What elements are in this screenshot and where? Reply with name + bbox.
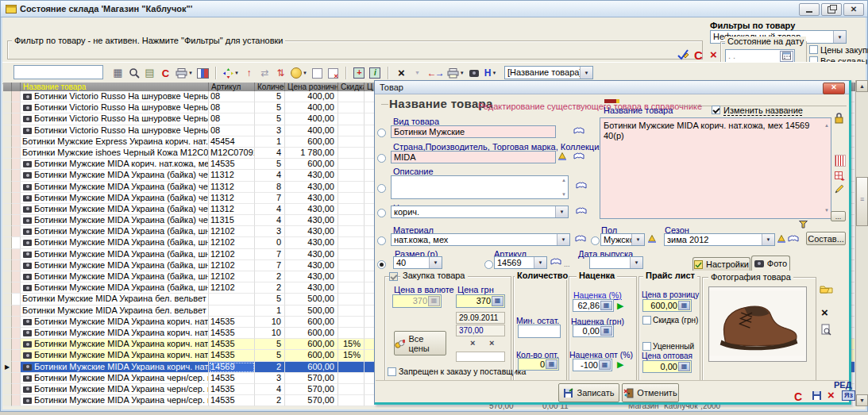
catalog-book-icon[interactable]	[550, 258, 561, 267]
delete-photo-icon[interactable]: ×	[821, 305, 828, 319]
calculator-icon[interactable]: ▦	[599, 360, 611, 370]
add-grid-icon[interactable]: +	[835, 171, 845, 182]
cell-assign-icon[interactable]: ×	[327, 66, 339, 80]
bell-icon[interactable]	[647, 234, 657, 244]
swap-arrows-icon[interactable]: ⇄	[259, 66, 271, 80]
clear-filter-icon[interactable]: ×	[710, 48, 717, 61]
col-sku[interactable]: Артикул	[209, 83, 255, 91]
cancel-button[interactable]: Отменить	[622, 383, 679, 402]
calculator-icon[interactable]: ▦	[678, 362, 690, 371]
chevron-down-icon[interactable]: ▼	[580, 67, 592, 79]
info-icon[interactable]: i	[369, 66, 381, 80]
print-icon[interactable]: ▼	[176, 66, 193, 80]
levels-icon[interactable]: H▼	[484, 66, 497, 80]
description-textarea[interactable]: ▲ ▼	[391, 175, 569, 199]
gender-radio[interactable]	[591, 236, 600, 245]
calculator-icon[interactable]: ▦	[600, 301, 612, 310]
sku-combo[interactable]: 14569▼	[494, 256, 547, 269]
kind-radio[interactable]	[377, 129, 386, 137]
bell-icon[interactable]	[557, 152, 567, 161]
release-date-combo[interactable]: ▼	[589, 256, 643, 269]
markup-opt-input[interactable]: -100▦	[573, 359, 612, 371]
color-combo[interactable]: корич.▼	[391, 206, 569, 218]
dd-disabled-icon[interactable]: ▼	[411, 66, 423, 80]
language-badge[interactable]: Яз	[842, 390, 855, 401]
tab-settings[interactable]: Настройки	[692, 257, 750, 271]
scroll-up-icon[interactable]: ▲	[856, 80, 868, 92]
lock-icon[interactable]	[834, 112, 844, 125]
apply-filter-icon[interactable]	[677, 48, 689, 60]
calculator-icon[interactable]: ▦	[546, 359, 557, 369]
arrow-up-icon[interactable]: ↑	[243, 66, 255, 80]
search-icon[interactable]	[128, 66, 140, 80]
summary-icon[interactable]: ▼	[291, 66, 307, 80]
calendar-icon[interactable]	[780, 51, 793, 62]
forbid-order-checkbox[interactable]	[388, 367, 396, 376]
purchase-prices-checkbox[interactable]	[809, 45, 818, 54]
change-name-checkbox[interactable]	[712, 106, 720, 114]
sku-radio[interactable]	[484, 260, 493, 269]
add-row-icon[interactable]: +	[353, 66, 365, 80]
compare-arrows-icon[interactable]: ←→	[427, 66, 443, 80]
catalog-book-icon[interactable]	[788, 235, 799, 244]
brand-input[interactable]: MIDA	[391, 151, 556, 163]
calculator-icon[interactable]: ▦	[678, 301, 690, 310]
calculator-icon[interactable]: ▦	[600, 326, 612, 336]
material-combo[interactable]: нат.кожа, мех▼	[391, 233, 570, 246]
purchase-group-checkbox[interactable]	[389, 272, 398, 281]
catalog-book-icon[interactable]	[573, 127, 584, 136]
calculator-icon[interactable]: ▦	[492, 296, 503, 306]
grid-filter-icon[interactable]: ▦	[112, 66, 124, 80]
filter-funnel-icon[interactable]	[799, 221, 808, 229]
sort-icon[interactable]: ⇅	[275, 66, 287, 80]
size-radio[interactable]	[377, 260, 386, 269]
product-kind-input[interactable]: Ботинки Мужские	[391, 125, 556, 138]
more-button[interactable]: ...	[831, 211, 846, 221]
all-prices-button[interactable]: Все цены	[394, 331, 446, 355]
col-name[interactable]: Название товара	[21, 83, 209, 91]
dialog-title-bar[interactable]: Товар	[375, 81, 849, 94]
markup-grn-input[interactable]: 0,00▦	[573, 325, 614, 337]
retail-price-input[interactable]: 600,00▦	[642, 299, 692, 312]
col-price[interactable]: Цена рознична	[285, 83, 338, 91]
cell-blank-icon[interactable]	[311, 66, 323, 80]
col-discount[interactable]: Скидка	[338, 83, 365, 91]
scroll-down-icon[interactable]: ▼	[856, 394, 868, 406]
more-icon[interactable]: ...	[564, 260, 570, 268]
search-input[interactable]	[14, 65, 103, 79]
chevron-down-icon[interactable]: ▼	[833, 31, 846, 43]
save-button[interactable]: Записать	[558, 383, 619, 402]
material-radio[interactable]	[377, 236, 386, 245]
refresh-icon[interactable]: C	[160, 66, 172, 80]
field-selector-combo[interactable]: [Название товара]▼	[504, 66, 593, 79]
catalog-book-icon[interactable]	[575, 235, 586, 244]
grn-price-input[interactable]: 370▦	[456, 294, 505, 308]
markup-pct-input[interactable]: 62,86▦	[573, 299, 614, 312]
min-stock-input[interactable]	[518, 325, 561, 338]
wholesale-price-input[interactable]: 0,00▦	[642, 360, 692, 373]
camera-icon[interactable]	[469, 66, 480, 80]
cancel-x-icon[interactable]: ×	[827, 388, 835, 402]
catalog-book-icon[interactable]	[576, 207, 587, 216]
print-photo-icon[interactable]: ▼	[447, 66, 465, 80]
gender-combo[interactable]: Мужской▼	[600, 233, 645, 246]
spin-up-icon[interactable]: ▲	[561, 178, 566, 183]
refresh-icon[interactable]: C	[794, 390, 802, 403]
scroll-down-icon[interactable]: ▼	[824, 206, 829, 216]
delete-icon[interactable]: ×	[395, 66, 407, 80]
edit-pencil-icon[interactable]	[834, 184, 844, 194]
bell-icon[interactable]	[777, 234, 786, 244]
brand-radio[interactable]	[377, 154, 386, 163]
barcode-icon[interactable]	[835, 155, 846, 167]
col-qty[interactable]: Количест	[255, 83, 285, 91]
catalog-book-icon[interactable]	[573, 152, 584, 161]
vertical-scrollbar[interactable]: ▲ ▼	[855, 80, 868, 406]
panels-icon[interactable]	[197, 66, 209, 80]
dialog-close-button[interactable]: ✕	[823, 83, 845, 94]
minimize-button[interactable]	[799, 3, 820, 16]
close-button[interactable]: ✕	[843, 3, 864, 16]
refresh-icon[interactable]: C	[694, 48, 703, 62]
composition-button[interactable]: Состав...	[806, 232, 846, 245]
notebook-edit-icon[interactable]: ▤	[144, 66, 156, 80]
apply-markup-opt-icon[interactable]: ▶	[617, 360, 623, 369]
